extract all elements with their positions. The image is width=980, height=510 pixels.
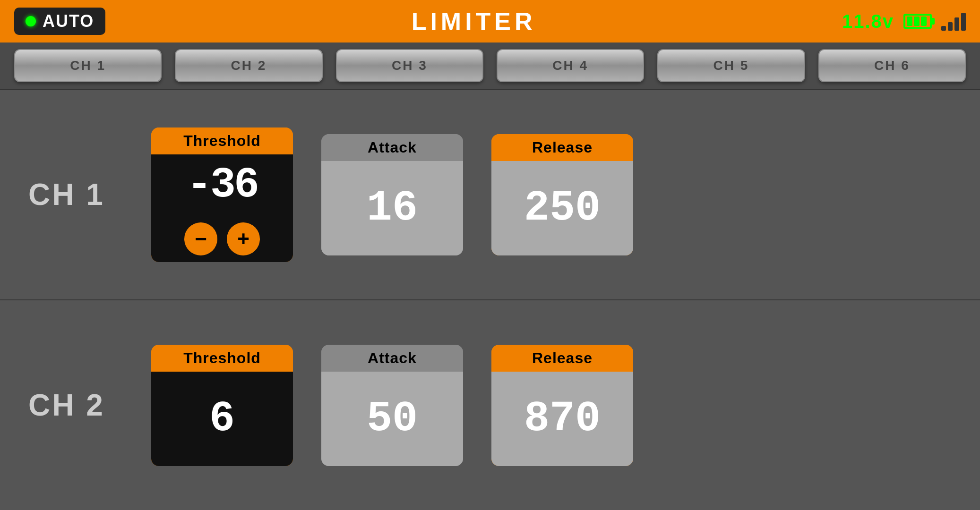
battery-bar-3 [921,17,927,26]
attack-value-box-ch2: 50 [321,372,463,466]
threshold-value-ch2: 6 [209,395,235,443]
threshold-value-ch1: -36 [187,161,258,209]
battery-body [903,14,932,29]
page-title: LIMITER [412,7,536,35]
attack-value-ch1: 16 [367,184,418,232]
signal-bar-1 [941,26,946,31]
threshold-buttons-ch1: − + [151,216,293,262]
tab-ch5[interactable]: CH 5 [657,49,805,82]
voltage-display: 11.8v [842,11,894,32]
threshold-control-ch2: Threshold 6 [151,345,293,466]
release-control-ch2: Release 870 [491,345,633,466]
channel2-controls: Threshold 6 Attack 50 Release 870 [151,345,952,466]
tab-ch1[interactable]: CH 1 [14,49,162,82]
release-value-box-ch2: 870 [491,372,633,466]
threshold-value-box-ch2: 6 [151,372,293,466]
threshold-decrease-ch1[interactable]: − [184,222,217,255]
logo-area: AUTO [14,8,105,35]
auto-button[interactable]: AUTO [14,8,105,35]
release-value-ch2: 870 [524,395,601,443]
header-right: 11.8v [842,11,966,32]
main-content: CH 1 Threshold -36 − + Attack 16 [0,90,980,510]
threshold-increase-ch1[interactable]: + [227,222,260,255]
release-value-box-ch1: 250 [491,161,633,255]
header: AUTO LIMITER 11.8v [0,0,980,42]
channel-tabs: CH 1 CH 2 CH 3 CH 4 CH 5 CH 6 [0,42,980,90]
attack-control-ch1: Attack 16 [321,134,463,255]
status-dot [26,16,36,26]
channel2-row: CH 2 Threshold 6 Attack 50 Release 8 [0,300,980,510]
attack-label-ch2: Attack [321,345,463,372]
release-label-ch2: Release [491,345,633,372]
signal-strength-icon [941,12,966,31]
threshold-label-ch1: Threshold [151,128,293,154]
auto-label: AUTO [43,11,94,31]
channel1-row: CH 1 Threshold -36 − + Attack 16 [0,90,980,300]
battery-bar-1 [907,17,912,26]
tab-ch4[interactable]: CH 4 [497,49,644,82]
release-label-ch1: Release [491,134,633,161]
signal-bar-4 [961,13,966,31]
release-control-ch1: Release 250 [491,134,633,255]
tab-ch6[interactable]: CH 6 [818,49,966,82]
threshold-value-box-ch1: -36 [151,154,293,216]
attack-control-ch2: Attack 50 [321,345,463,466]
battery-bar-2 [914,17,920,26]
channel1-controls: Threshold -36 − + Attack 16 Release [151,128,952,262]
signal-bar-3 [954,17,959,31]
threshold-label-ch2: Threshold [151,345,293,372]
battery-icon [903,14,932,29]
channel2-label: CH 2 [28,388,123,423]
attack-value-ch2: 50 [367,395,418,443]
tab-ch2[interactable]: CH 2 [175,49,322,82]
attack-label-ch1: Attack [321,134,463,161]
threshold-control-ch1: Threshold -36 − + [151,128,293,262]
release-value-ch1: 250 [524,184,601,232]
tab-ch3[interactable]: CH 3 [336,49,483,82]
signal-bar-2 [948,22,953,31]
attack-value-box-ch1: 16 [321,161,463,255]
channel1-label: CH 1 [28,177,123,212]
